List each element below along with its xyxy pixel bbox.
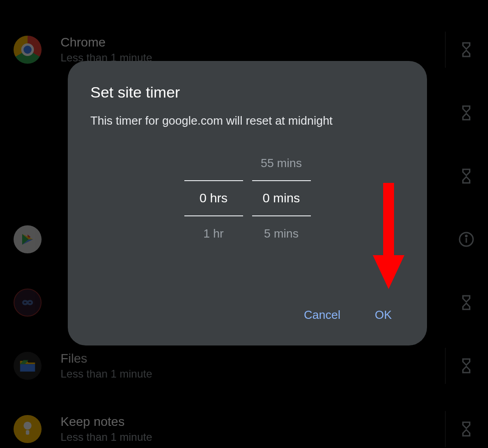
app-name: Keep notes (61, 415, 152, 429)
minutes-column[interactable]: 55 mins 0 mins 5 mins (252, 146, 311, 251)
hourglass-icon[interactable] (458, 42, 474, 58)
files-icon (14, 352, 42, 380)
hourglass-icon[interactable] (458, 105, 474, 121)
divider (445, 411, 446, 447)
app-name: Chrome (61, 35, 152, 50)
dialog-actions: Cancel OK (90, 303, 404, 332)
hours-column[interactable]: 0 hrs 1 hr (184, 146, 243, 251)
app-usage: Less than 1 minute (61, 368, 152, 380)
info-icon[interactable] (458, 231, 474, 247)
app-usage: Less than 1 minute (61, 431, 152, 443)
app-name: Files (61, 351, 152, 366)
dialog-message: This timer for google.com will reset at … (90, 114, 404, 128)
chrome-icon (14, 36, 42, 64)
app-row-keep[interactable]: Keep notes Less than 1 minute (14, 397, 474, 448)
svg-point-2 (466, 235, 467, 237)
hours-below[interactable]: 1 hr (203, 216, 224, 251)
hourglass-icon[interactable] (458, 421, 474, 437)
cancel-button[interactable]: Cancel (300, 303, 344, 327)
keep-notes-icon (14, 415, 42, 443)
hourglass-icon[interactable] (458, 294, 474, 311)
divider (445, 348, 446, 384)
time-picker[interactable]: 0 hrs 1 hr 55 mins 0 mins 5 mins (184, 146, 311, 251)
minutes-selected[interactable]: 0 mins (263, 181, 300, 215)
dialog-title: Set site timer (90, 84, 404, 101)
play-store-icon (14, 225, 42, 253)
svg-rect-4 (26, 430, 29, 435)
divider (445, 32, 446, 68)
svg-point-3 (23, 422, 32, 430)
minutes-above[interactable]: 55 mins (261, 146, 302, 180)
minutes-below[interactable]: 5 mins (264, 216, 299, 251)
hourglass-icon[interactable] (458, 168, 474, 184)
hours-selected[interactable]: 0 hrs (199, 181, 227, 215)
ok-button[interactable]: OK (371, 303, 395, 327)
set-site-timer-dialog: Set site timer This timer for google.com… (68, 61, 427, 345)
hourglass-icon[interactable] (458, 358, 474, 374)
infinity-app-icon (14, 289, 42, 317)
